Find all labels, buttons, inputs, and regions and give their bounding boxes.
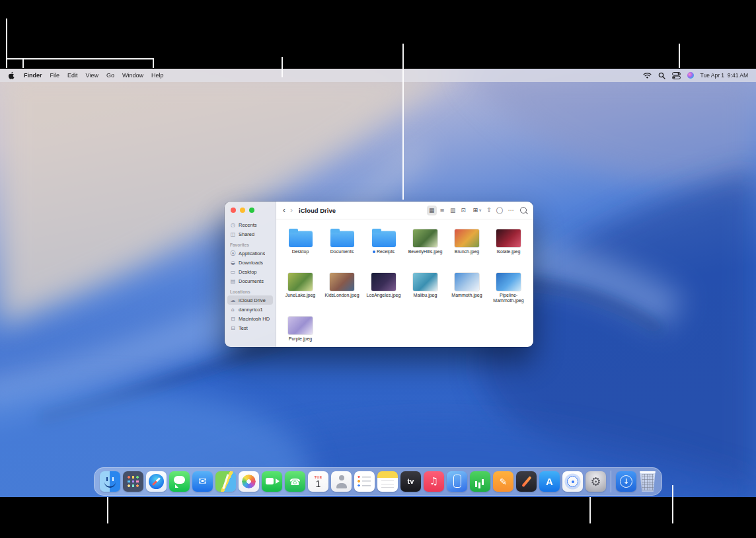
menu-view[interactable]: View (86, 72, 98, 79)
sidebar-item-recents[interactable]: ◷Recents (227, 220, 273, 229)
file-receipts[interactable]: Receipts (363, 225, 404, 268)
menu-help[interactable]: Help (151, 72, 164, 79)
dock-iphone-mirroring-icon[interactable] (447, 471, 467, 492)
minimize-button[interactable] (240, 208, 245, 213)
search-icon[interactable] (520, 207, 527, 213)
file-beverlyhills-jpeg[interactable]: BeverlyHills.jpeg (404, 225, 446, 268)
sidebar-item-test[interactable]: ⊟Test (227, 323, 273, 332)
dock-numbers-icon[interactable] (470, 471, 490, 492)
sidebar-item-desktop[interactable]: ▭Desktop (227, 267, 273, 276)
dock-finder-icon[interactable] (100, 471, 120, 492)
menu-window[interactable]: Window (122, 72, 143, 79)
file-kidslondon-jpeg[interactable]: KidsLondon.jpeg (321, 268, 363, 312)
file-pipeline-mammoth-jpeg[interactable]: Pipeline-Mammoth.jpeg (488, 268, 529, 312)
external-drive-icon: ⊟ (230, 325, 236, 331)
dock-mail-icon[interactable]: ✉ (192, 471, 213, 492)
dock-launchpad-icon[interactable] (123, 471, 143, 492)
view-gallery-button[interactable]: ⊡ (459, 206, 469, 215)
view-list-button[interactable]: ≡ (437, 206, 447, 215)
sidebar-section-favorites: Favorites (225, 239, 276, 249)
sidebar-item-dannyrico1[interactable]: ⌂dannyrico1 (227, 305, 273, 314)
dock-facetime-icon[interactable] (262, 471, 282, 492)
callout-line (22, 58, 24, 68)
status-menus: Tue Apr 1 9:41 AM (643, 72, 748, 79)
spotlight-icon[interactable] (658, 72, 665, 79)
app-menus: FinderFileEditViewGoWindowHelp (17, 72, 163, 79)
sidebar-item-documents[interactable]: ▤Documents (227, 276, 273, 286)
file-isolate-jpeg[interactable]: Isolate.jpeg (488, 225, 529, 268)
dock-find-my-icon[interactable] (562, 471, 583, 492)
control-center-icon[interactable] (672, 72, 681, 79)
sidebar-item-label: dannyrico1 (239, 307, 263, 313)
siri-icon[interactable] (687, 72, 694, 79)
close-button[interactable] (231, 208, 236, 213)
file-label: LosAngeles.jpeg (363, 293, 404, 298)
file-documents[interactable]: Documents (321, 225, 363, 268)
file-mammoth-jpeg[interactable]: Mammoth.jpeg (446, 268, 488, 312)
share-button[interactable]: ⇧ (486, 207, 492, 213)
file-purple-jpeg[interactable]: Purple.jpeg (280, 312, 321, 347)
back-button[interactable]: ‹ (283, 206, 285, 214)
file-brunch-jpeg[interactable]: Brunch.jpeg (446, 225, 488, 268)
sidebar-item-shared[interactable]: ◫Shared (227, 229, 273, 239)
menu-finder[interactable]: Finder (24, 72, 42, 79)
dock-divider (611, 471, 611, 492)
window-controls (231, 208, 254, 213)
view-grid-button[interactable]: ▦ (427, 206, 437, 215)
tags-button[interactable]: ◯ (496, 207, 504, 213)
sidebar-item-label: iCloud Drive (239, 297, 266, 303)
file-junelake-jpeg[interactable]: JuneLake.jpeg (280, 268, 321, 312)
file-losangeles-jpeg[interactable]: LosAngeles.jpeg (363, 268, 404, 312)
callout-line (672, 485, 673, 523)
folder-icon (289, 231, 313, 247)
dock-calendar-icon[interactable]: TUE1 (308, 471, 328, 492)
finder-main: ‹ › iCloud Drive ▦≡▥⊡ ⊞ ∨ ⇧ ◯ ⋯ DesktopD… (276, 202, 533, 347)
dock-system-settings-icon[interactable]: ⚙ (586, 471, 606, 492)
image-thumbnail (288, 273, 313, 291)
dock-music-icon[interactable]: ♫ (424, 471, 444, 492)
sidebar-item-downloads[interactable]: ◒Downloads (227, 258, 273, 267)
forward-button[interactable]: › (290, 206, 293, 214)
chevron-down-icon: ∨ (478, 208, 481, 212)
desktop: FinderFileEditViewGoWindowHelp (0, 69, 756, 497)
callout-line (589, 497, 591, 523)
dock-notes-icon[interactable] (377, 471, 398, 492)
file-label: Receipts (363, 249, 404, 254)
view-columns-button[interactable]: ▥ (448, 206, 458, 215)
group-button[interactable]: ⊞ ∨ (473, 207, 482, 213)
sidebar-item-label: Shared (239, 231, 254, 237)
callout-line (107, 497, 108, 523)
dock-safari-icon[interactable] (146, 471, 167, 492)
menu-go[interactable]: Go (106, 72, 114, 79)
file-label: Desktop (280, 249, 321, 254)
dock-downloads-icon[interactable]: ↓ (616, 471, 636, 492)
dock-trash-icon[interactable] (639, 471, 656, 492)
menu-edit[interactable]: Edit (67, 72, 78, 79)
finder-sidebar: ◷Recents◫SharedFavoritesⒶApplications◒Do… (225, 202, 276, 347)
apple-menu[interactable] (8, 71, 15, 79)
wifi-icon[interactable] (643, 72, 652, 79)
sidebar-item-icloud-drive[interactable]: ☁iCloud Drive (227, 295, 273, 305)
menu-file[interactable]: File (50, 72, 60, 79)
sidebar-item-macintosh-hd[interactable]: ⊟Macintosh HD (227, 314, 273, 323)
dock-maps-icon[interactable] (215, 471, 236, 492)
file-label: Pipeline-Mammoth.jpeg (488, 293, 529, 304)
dock-reminders-icon[interactable] (354, 471, 375, 492)
dock-phone-icon[interactable]: ☎ (285, 471, 305, 492)
dock-photos-icon[interactable] (239, 471, 259, 492)
sidebar-item-applications[interactable]: ⒶApplications (227, 249, 273, 258)
image-thumbnail (413, 273, 437, 291)
file-malibu-jpeg[interactable]: Malibu.jpeg (404, 268, 446, 312)
dock-messages-icon[interactable] (169, 471, 190, 492)
menu-bar-clock[interactable]: Tue Apr 1 9:41 AM (700, 72, 748, 79)
folder-icon (372, 231, 396, 247)
file-desktop[interactable]: Desktop (280, 225, 321, 268)
dock-garageband-icon[interactable] (516, 471, 537, 492)
dock-contacts-icon[interactable] (331, 471, 352, 492)
zoom-button[interactable] (249, 208, 254, 213)
sidebar-item-label: Desktop (239, 269, 257, 275)
dock-pages-icon[interactable]: ✎ (493, 471, 513, 492)
dock-app-store-icon[interactable]: A (539, 471, 560, 492)
dock-tv-icon[interactable]: tv (400, 471, 421, 492)
more-button[interactable]: ⋯ (508, 207, 515, 213)
